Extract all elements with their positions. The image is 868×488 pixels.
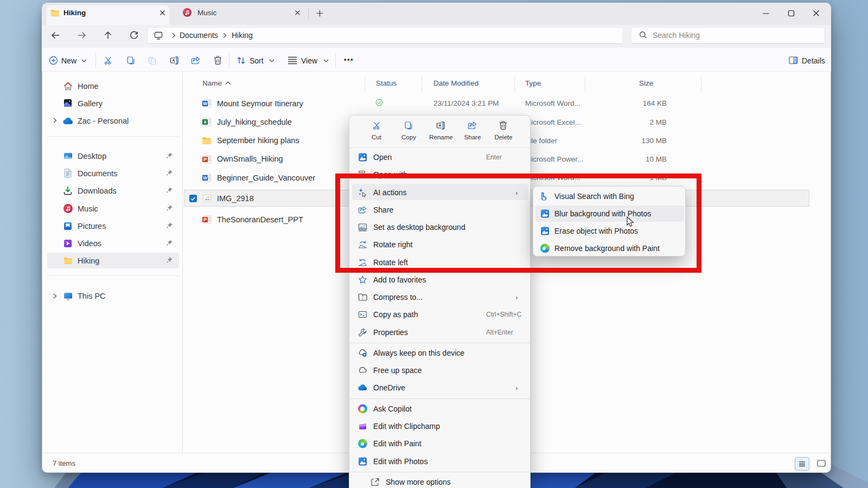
svg-text:W: W — [203, 101, 208, 106]
svg-text:W: W — [203, 175, 208, 181]
svg-text:P: P — [203, 217, 207, 222]
svg-text:P: P — [203, 157, 207, 162]
svg-text:X: X — [203, 119, 207, 125]
